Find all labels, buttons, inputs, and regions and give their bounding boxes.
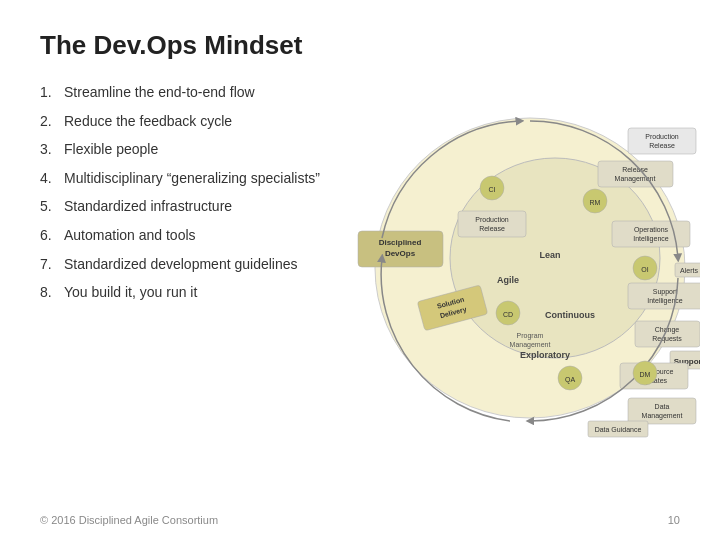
svg-rect-14 <box>628 128 696 154</box>
svg-text:CD: CD <box>503 311 513 318</box>
list-text: Standardized infrastructure <box>64 197 232 217</box>
svg-text:Release: Release <box>479 225 505 232</box>
list-number: 5. <box>40 197 64 217</box>
svg-text:QA: QA <box>565 376 575 384</box>
svg-text:CI: CI <box>489 186 496 193</box>
svg-text:Lean: Lean <box>539 250 560 260</box>
svg-text:Release: Release <box>622 166 648 173</box>
svg-text:Management: Management <box>510 341 551 349</box>
svg-text:Intelligence: Intelligence <box>633 235 669 243</box>
list-text: Multidisciplinary “generalizing speciali… <box>64 169 320 189</box>
content-area: 1.Streamline the end-to-end flow2.Reduce… <box>40 83 680 443</box>
svg-rect-36 <box>628 398 696 424</box>
list-item: 4.Multidisciplinary “generalizing specia… <box>40 169 330 189</box>
devops-diagram: Disciplined DevOps Solution Delivery Agi… <box>340 73 700 443</box>
list-text: Standardized development guidelines <box>64 255 298 275</box>
diagram-section: Disciplined DevOps Solution Delivery Agi… <box>340 73 700 443</box>
svg-text:RM: RM <box>590 199 601 206</box>
svg-text:Program: Program <box>517 332 544 340</box>
footer-copyright: © 2016 Disciplined Agile Consortium <box>40 514 218 526</box>
list-number: 1. <box>40 83 64 103</box>
list-item: 3.Flexible people <box>40 140 330 160</box>
list-item: 1.Streamline the end-to-end flow <box>40 83 330 103</box>
svg-text:DM: DM <box>640 371 651 378</box>
svg-text:Requests: Requests <box>652 335 682 343</box>
list-item: 5.Standardized infrastructure <box>40 197 330 217</box>
svg-text:Continuous: Continuous <box>545 310 595 320</box>
svg-rect-20 <box>612 221 690 247</box>
svg-text:Management: Management <box>642 412 683 420</box>
svg-text:Disciplined: Disciplined <box>379 238 422 247</box>
list-section: 1.Streamline the end-to-end flow2.Reduce… <box>40 83 340 312</box>
svg-text:Data Guidance: Data Guidance <box>595 426 642 433</box>
list-item: 8.You build it, you run it <box>40 283 330 303</box>
list-text: Reduce the feedback cycle <box>64 112 232 132</box>
svg-text:Exploratory: Exploratory <box>520 350 570 360</box>
svg-text:Intelligence: Intelligence <box>647 297 683 305</box>
list-item: 7.Standardized development guidelines <box>40 255 330 275</box>
svg-text:DevOps: DevOps <box>385 249 416 258</box>
list-number: 7. <box>40 255 64 275</box>
list-item: 2.Reduce the feedback cycle <box>40 112 330 132</box>
svg-text:Production: Production <box>475 216 509 223</box>
footer: © 2016 Disciplined Agile Consortium 10 <box>0 514 720 526</box>
svg-text:Production: Production <box>645 133 679 140</box>
svg-rect-25 <box>628 283 700 309</box>
svg-rect-41 <box>458 211 526 237</box>
svg-text:Alerts: Alerts <box>680 267 698 274</box>
list-number: 2. <box>40 112 64 132</box>
svg-text:Operations: Operations <box>634 226 669 234</box>
slide-title: The Dev.Ops Mindset <box>40 30 680 61</box>
list-item: 6.Automation and tools <box>40 226 330 246</box>
list-number: 6. <box>40 226 64 246</box>
list-text: You build it, you run it <box>64 283 197 303</box>
slide: The Dev.Ops Mindset 1.Streamline the end… <box>0 0 720 540</box>
list-text: Automation and tools <box>64 226 196 246</box>
svg-text:Agile: Agile <box>497 275 519 285</box>
svg-text:Release: Release <box>649 142 675 149</box>
svg-text:Support: Support <box>653 288 678 296</box>
list-text: Flexible people <box>64 140 158 160</box>
list-number: 8. <box>40 283 64 303</box>
list-number: 4. <box>40 169 64 189</box>
footer-page: 10 <box>668 514 680 526</box>
svg-rect-28 <box>635 321 700 347</box>
svg-text:OI: OI <box>641 266 648 273</box>
svg-text:Data: Data <box>655 403 670 410</box>
list-text: Streamline the end-to-end flow <box>64 83 255 103</box>
list-number: 3. <box>40 140 64 160</box>
